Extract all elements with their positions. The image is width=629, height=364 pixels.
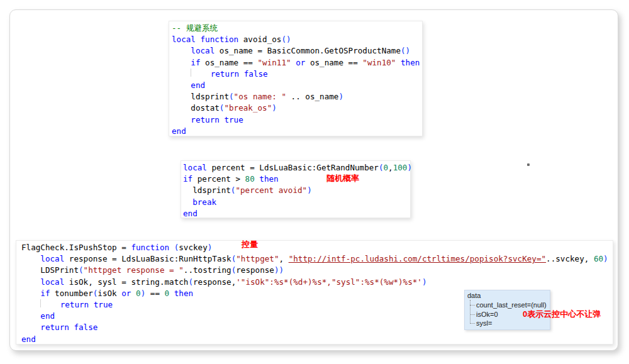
code-token [172,80,191,90]
code-token: local [40,254,64,263]
code-token: os_name = BasicCommon.GetOSProductName [214,46,401,55]
code-token [183,197,192,207]
code-token: 60 [594,254,603,263]
code-token: end [40,311,55,321]
code-token: "percent avoid" [235,185,307,195]
code-token: if [191,58,200,67]
code-line: ldsprint("os name: " .. os_name) [172,91,422,102]
code-token: ) [338,92,343,101]
code-token: ) [279,265,284,275]
code-token: "break_os" [224,103,272,113]
code-token: 0 [383,163,388,172]
code-token: () [281,35,291,44]
code-line: local percent = LdsLuaBasic:GetRandNumbe… [183,162,410,174]
code-line: LDSPrint("httpget response = "..tostring… [21,265,613,276]
code-line: end [183,208,410,219]
code-token [21,254,40,263]
code-line: local response = LdsLuaBasic:RunHttpTask… [21,253,613,265]
code-token: "win11" [258,58,291,67]
code-token: ldsprint [172,92,229,101]
tooltip-note-annotation: 0表示云控中心不让弹 [523,309,601,320]
code-token: , [279,254,288,263]
code-token: isOk [97,289,121,298]
code-token: percent = LdsLuaBasic:GetRandNumber [207,163,379,172]
code-line: dostat("break_os") [172,102,422,114]
code-token: os_name == [305,58,362,67]
code-token: avoid_os [238,35,281,44]
tooltip-item: sysl= [470,319,550,328]
code-token: or [121,289,131,298]
code-token: , [388,163,393,172]
code-token: os_name == [201,58,258,67]
code-token: ) [274,265,279,275]
code-token: .. os_name [286,92,338,101]
code-token: "httpget response = " [84,265,184,275]
code-token: FlagCheck.IsPushStop = [21,243,131,252]
code-line: FlagCheck.IsPushStop = function (svckey) [21,242,613,253]
code-token: end [21,334,36,344]
code-token: '"isOk":%s*(%d+)%s*,"sysl":%s*(%w*)%s*' [236,277,422,287]
code-token: isOk, sysl = string.match [64,277,188,287]
code-token: return true [191,115,243,124]
code-token: ( [79,265,84,275]
code-token: () [401,46,410,55]
code-token: ) [208,243,213,252]
code-token [21,277,40,287]
code-token: local [40,277,64,287]
code-token: dostat [172,103,220,113]
code-token [172,69,191,79]
code-token: ) [307,185,312,195]
code-token: response, [193,277,236,287]
annotation-control-volume: 控量 [242,240,258,249]
code-token: response = LdsLuaBasic:RunHttpTask [64,254,231,263]
code-token: -- 规避系统 [172,23,218,33]
code-line: if os_name == "win11" or os_name == "win… [172,57,422,69]
code-line: return true [172,114,422,126]
code-token: local function [172,35,238,44]
tooltip-title: data [467,292,550,300]
code-token: tonumber [50,289,93,298]
code-token: 100 [393,163,408,172]
code-line: ldsprint("percent avoid") [183,185,410,196]
code-token: ..tostring [184,265,231,275]
code-token [131,289,136,298]
code-token: local [191,46,214,55]
artifact-dot [527,163,530,166]
code-token: local [183,163,207,172]
code-token [191,69,210,79]
code-token: percent > [192,174,245,184]
code-token: end [172,126,186,136]
code-token: then [174,289,193,298]
code-token: "win10" [362,58,396,67]
code-token: if [40,289,50,298]
code-token: ldsprint [183,185,231,195]
code-token: ) [407,163,412,172]
code-token: then [259,174,278,184]
code-token: then [401,58,420,67]
code-token: function [131,243,169,252]
code-token [172,115,191,124]
code-line: break [183,197,410,208]
watch-tooltip: data count_last_reset=(null)isOk=0sysl= … [464,290,550,330]
code-block-avoid-os: -- 规避系统local function avoid_os() local o… [169,21,423,136]
code-token: 0 [136,289,141,298]
code-line: local function avoid_os() [172,34,422,45]
code-line: -- 规避系统 [172,23,422,34]
code-token: return false [40,323,97,332]
code-token [169,243,174,252]
url-link[interactable]: "http://intf-pc.ludashi.com/ctrltimes/po… [289,254,546,263]
code-token: ) [422,277,427,287]
code-token: ) [603,254,608,263]
code-block-percent: local percent = LdsLuaBasic:GetRandNumbe… [181,160,411,218]
code-token [21,323,40,332]
code-token: ( [229,92,234,101]
code-token: return false [211,69,268,79]
code-token: end [191,80,205,90]
code-line: if percent > 80 then [183,174,410,185]
code-line: end [172,126,422,137]
code-token: ..svckey, [546,254,594,263]
code-token: ( [188,277,193,287]
code-token: LDSPrint [21,265,79,275]
code-token [172,46,191,55]
code-token [21,311,40,321]
